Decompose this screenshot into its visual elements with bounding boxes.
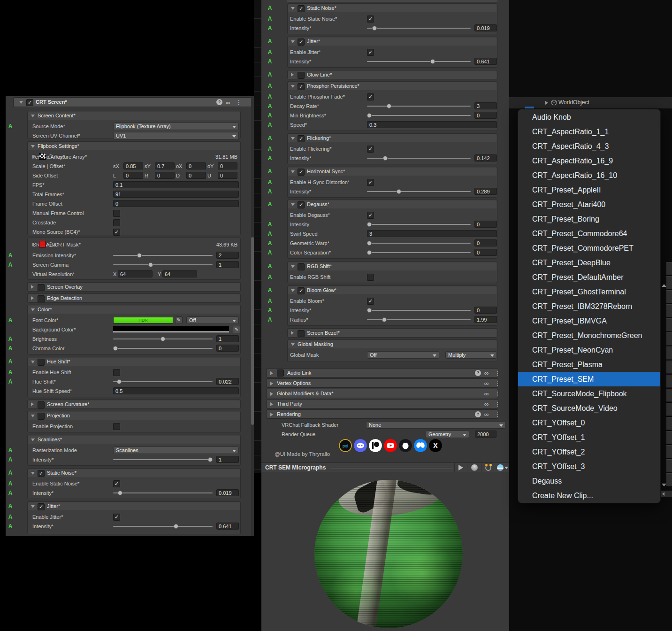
horizontal-scrollbar-fragment[interactable] [661, 491, 672, 497]
x-icon[interactable]: X [429, 439, 442, 452]
degauss-section-header[interactable]: ✓Degauss* [288, 200, 496, 208]
total-frames-field[interactable]: 91 [113, 191, 239, 198]
screen-overlay-enable-checkbox[interactable] [38, 284, 45, 291]
clip-menu-item[interactable]: Degauss [518, 474, 660, 488]
menu-icon[interactable]: ⋮ [495, 400, 500, 408]
help-icon[interactable]: ? [216, 99, 222, 105]
glow-line-enable-checkbox[interactable] [298, 72, 305, 79]
glow-line-section-header[interactable]: Glow Line* [288, 71, 496, 79]
clip-menu-item[interactable]: CRT_Preset_MonochromeGreen [518, 328, 660, 343]
hue-shift-value-field[interactable]: 0.022 [216, 378, 239, 385]
foldout-arrow-icon[interactable] [270, 402, 273, 406]
intensity-value-field[interactable]: 0.289 [474, 188, 497, 195]
enable-degauss-checkbox[interactable]: ✓ [367, 212, 374, 219]
edge-detection-enable-checkbox[interactable] [38, 295, 45, 302]
projection-enable-checkbox[interactable] [38, 413, 45, 420]
screen-curvature-section-header[interactable]: Screen Curvature* [28, 400, 240, 408]
slider-thumb[interactable] [118, 491, 122, 495]
slider-thumb[interactable] [174, 524, 178, 529]
side-offset-field[interactable]: 0 [123, 172, 143, 179]
slider-track[interactable] [113, 492, 213, 493]
enable-hue-shift-checkbox[interactable] [113, 369, 120, 376]
clip-menu-item[interactable]: Create New Clip... [518, 488, 660, 503]
slider-thumb[interactable] [117, 379, 122, 384]
slider-track[interactable] [113, 264, 213, 265]
slider-track[interactable] [367, 28, 471, 29]
brightness-value-field[interactable]: 1 [216, 335, 239, 342]
slider-thumb[interactable] [387, 104, 391, 108]
drag-handle[interactable] [330, 469, 453, 469]
lighting-button[interactable] [467, 463, 481, 472]
intensity-value-field[interactable]: 1 [216, 456, 239, 463]
foldout-arrow-icon[interactable] [545, 101, 548, 105]
rgb-shift-enable-checkbox[interactable] [298, 263, 305, 270]
scrollbar-thumb[interactable] [251, 237, 254, 425]
fps-field[interactable]: 0.1 [113, 181, 239, 188]
slider-thumb[interactable] [367, 308, 372, 313]
clip-menu-item[interactable]: CRT_YOffset_3 [518, 459, 660, 474]
chroma-color-value-field[interactable]: 0 [216, 345, 239, 352]
foldout-arrow-icon[interactable] [291, 40, 295, 43]
clip-menu-item[interactable]: CRT_AspectRatio_16_10 [518, 168, 660, 183]
foldout-arrow-icon[interactable] [291, 265, 295, 268]
manual-frame-control-checkbox[interactable] [113, 210, 120, 217]
screen-bezel-section-header[interactable]: Screen Bezel* [288, 329, 496, 337]
checkbox[interactable] [277, 369, 284, 377]
crossfade-checkbox[interactable] [113, 219, 120, 226]
flickering-section-header[interactable]: ✓Flickering* [288, 134, 496, 142]
clip-menu-item[interactable]: CRT_AspectRatio_1_1 [518, 124, 660, 139]
hue-shift-speed-field[interactable]: 0.5 [113, 387, 239, 394]
foldout-arrow-icon[interactable] [291, 73, 294, 77]
screen-overlay-section-header[interactable]: Screen Overlay [28, 283, 240, 291]
flipbook-settings-section-header[interactable]: Flipbook Settings* [28, 142, 240, 150]
clip-menu-item[interactable]: CRT_YOffset_2 [518, 445, 660, 459]
background-color-swatch[interactable] [113, 326, 229, 332]
foldout-arrow-icon[interactable] [291, 137, 295, 140]
static-noise-enable-checkbox[interactable]: ✓ [38, 470, 45, 477]
intensity-value-field[interactable]: 0.641 [216, 523, 239, 530]
crt-screen-component-header[interactable]: ✓ CRT Screen* ? ∞ ⋮ [13, 97, 252, 107]
global-mask-dropdown[interactable]: Off [367, 351, 439, 359]
scale-offset-field[interactable]: 0 [218, 162, 237, 169]
section-bar-rendering[interactable]: Rendering⋮∞? [266, 409, 498, 419]
clip-menu-item[interactable]: CRT_Preset_CommodorePET [518, 241, 660, 255]
screen-uv-channel-dropdown[interactable]: UV1 [113, 132, 239, 139]
slider-track[interactable] [367, 191, 471, 192]
clip-menu-item[interactable]: CRT_Preset_Plasma [518, 357, 660, 372]
drag-handle[interactable] [330, 467, 453, 467]
foldout-arrow-icon[interactable] [31, 439, 35, 441]
enable-flickering-checkbox[interactable]: ✓ [367, 146, 374, 153]
help-icon[interactable]: ? [475, 370, 481, 376]
enable-phosphor-fade-checkbox[interactable]: ✓ [367, 93, 374, 100]
slider-thumb[interactable] [113, 346, 118, 351]
clip-menu-item[interactable]: CRT_Preset_AppleII [518, 183, 660, 197]
section-bar-global-modifiers-data[interactable]: Global Modifiers & Data*⋮∞ [266, 389, 498, 398]
jitter-enable-checkbox[interactable]: ✓ [38, 503, 45, 510]
foldout-arrow-icon[interactable] [270, 371, 273, 375]
enable-static-noise-checkbox[interactable]: ✓ [367, 15, 374, 23]
global-mask-mode-dropdown[interactable]: Multiply [445, 351, 497, 359]
swirl-speed-field[interactable]: 3 [367, 230, 497, 237]
eyedropper-icon[interactable]: ✎ [233, 326, 240, 333]
slider-track[interactable] [367, 252, 471, 253]
jitter-section-header[interactable]: ✓Jitter* [28, 502, 240, 510]
poiyomi-icon[interactable]: poi [339, 439, 352, 452]
bloom-glow-section-header[interactable]: ✓Bloom Glow* [288, 286, 496, 294]
screen-gamma-value-field[interactable]: 1 [216, 261, 239, 268]
scroll-up-icon[interactable] [662, 284, 666, 287]
section-bar-third-party[interactable]: Third Party⋮∞ [266, 399, 498, 408]
intensity-value-field[interactable]: 0.641 [474, 58, 497, 65]
scale-offset-field[interactable]: 0.7 [155, 162, 175, 169]
enable-jitter-checkbox[interactable]: ✓ [367, 49, 374, 56]
foldout-arrow-icon[interactable] [291, 289, 295, 292]
patreon-icon[interactable] [369, 439, 382, 452]
foldout-arrow-icon[interactable] [31, 505, 35, 508]
link-icon[interactable]: ∞ [226, 98, 230, 107]
virtual-resolution-x-field[interactable]: 64 [118, 270, 153, 277]
youtube-icon[interactable] [384, 439, 397, 452]
scale-offset-field[interactable]: 0 [186, 162, 206, 169]
rgb-shift-section-header[interactable]: RGB Shift* [288, 262, 496, 270]
scroll-down-icon[interactable] [662, 484, 666, 486]
link-icon[interactable]: ∞ [484, 410, 489, 419]
foldout-arrow-icon[interactable] [291, 170, 295, 173]
